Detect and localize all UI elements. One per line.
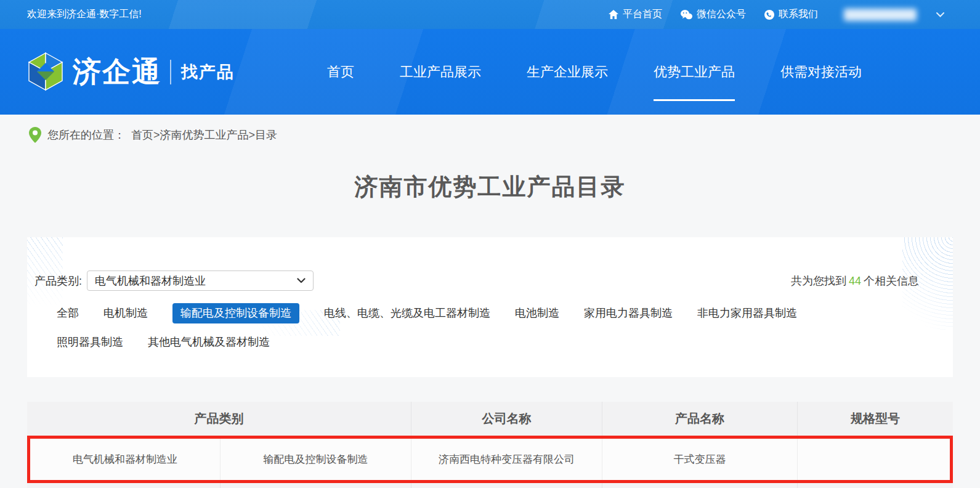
filter-panel: 产品类别: 电气机械和器材制造业 共为您找到44个相关信息 全部 电机制造 输配… xyxy=(27,237,953,377)
phone-icon xyxy=(764,10,774,20)
tab-power-transmission-equipment[interactable]: 输配电及控制设备制造 xyxy=(172,303,299,323)
cell-partial xyxy=(411,483,602,488)
result-count-text: 共为您找到44个相关信息 xyxy=(791,274,919,288)
result-count: 44 xyxy=(849,275,861,287)
breadcrumb-prefix: 您所在的位置： xyxy=(47,128,125,142)
topbar-links: 平台首页 微信公众号 联系我们 xyxy=(609,8,944,21)
col-header-spec-model: 规格型号 xyxy=(797,402,953,436)
nav-item-advantage-products[interactable]: 优势工业产品 xyxy=(654,63,735,81)
filter-row: 产品类别: 电气机械和器材制造业 共为您找到44个相关信息 xyxy=(27,237,953,291)
result-prefix: 共为您找到 xyxy=(791,275,846,287)
wechat-icon xyxy=(681,10,692,20)
tabs-row-1: 全部 电机制造 输配电及控制设备制造 电线、电缆、光缆及电工器材制造 电池制造 … xyxy=(57,303,953,323)
tab-motor-manufacturing[interactable]: 电机制造 xyxy=(103,303,148,323)
cell-category: 电气机械和器材制造业 xyxy=(30,439,220,480)
cell-subcategory: 输配电及控制设备制造 xyxy=(220,439,411,480)
logo[interactable]: 济企通 找产品 xyxy=(27,52,235,92)
category-tabs: 全部 电机制造 输配电及控制设备制造 电线、电缆、光缆及电工器材制造 电池制造 … xyxy=(27,291,953,352)
tab-all[interactable]: 全部 xyxy=(57,303,79,323)
logo-cube-icon xyxy=(27,52,64,92)
welcome-text: 欢迎来到济企通·数字工信! xyxy=(27,8,142,21)
topbar: 欢迎来到济企通·数字工信! 平台首页 微信公众号 xyxy=(0,0,980,29)
chevron-down-icon[interactable] xyxy=(936,12,944,17)
cell-spec xyxy=(797,439,950,480)
nav-item-home[interactable]: 首页 xyxy=(327,63,354,81)
location-pin-icon xyxy=(29,127,41,143)
cell-partial xyxy=(797,483,953,488)
tab-wire-cable[interactable]: 电线、电缆、光缆及电工器材制造 xyxy=(324,303,490,323)
topbar-link-home[interactable]: 平台首页 xyxy=(609,8,662,21)
tab-lighting[interactable]: 照明器具制造 xyxy=(57,332,123,352)
topbar-link-label: 联系我们 xyxy=(779,8,818,21)
table-header-row: 产品类别 公司名称 产品名称 规格型号 xyxy=(27,402,953,436)
page-title: 济南市优势工业产品目录 xyxy=(0,171,980,203)
product-category-select[interactable]: 电气机械和器材制造业 xyxy=(87,270,314,291)
topbar-link-label: 微信公众号 xyxy=(697,8,746,21)
logo-text: 济企通 xyxy=(73,53,161,91)
logo-divider xyxy=(170,60,171,84)
cell-company: 济南西电特种变压器有限公司 xyxy=(411,439,602,480)
site-header: 济企通 找产品 首页 工业产品展示 生产企业展示 优势工业产品 供需对接活动 xyxy=(0,29,980,115)
breadcrumb-path[interactable]: 首页>济南优势工业产品>目录 xyxy=(131,128,277,142)
logo-subtitle: 找产品 xyxy=(181,61,235,83)
result-suffix: 个相关信息 xyxy=(864,275,919,287)
topbar-link-label: 平台首页 xyxy=(623,8,662,21)
topbar-link-contact[interactable]: 联系我们 xyxy=(764,8,818,21)
tab-non-electric-household[interactable]: 非电力家用器具制造 xyxy=(697,303,797,323)
topbar-link-wechat[interactable]: 微信公众号 xyxy=(681,8,746,21)
nav-item-manufacturers[interactable]: 生产企业展示 xyxy=(527,63,608,81)
next-row-partial xyxy=(27,483,953,488)
page: 欢迎来到济企通·数字工信! 平台首页 微信公众号 xyxy=(0,0,980,488)
home-icon xyxy=(609,10,618,19)
cell-partial xyxy=(602,483,797,488)
col-header-product-name: 产品名称 xyxy=(602,402,797,436)
category-select-label: 产品类别: xyxy=(34,274,82,288)
cell-product: 干式变压器 xyxy=(602,439,797,480)
cell-partial xyxy=(27,483,220,488)
username-redacted[interactable] xyxy=(844,9,917,21)
tab-battery[interactable]: 电池制造 xyxy=(515,303,559,323)
highlighted-table-row[interactable]: 电气机械和器材制造业 输配电及控制设备制造 济南西电特种变压器有限公司 干式变压… xyxy=(27,436,953,483)
nav-item-supply-demand[interactable]: 供需对接活动 xyxy=(780,63,862,81)
nav-item-industrial-products[interactable]: 工业产品展示 xyxy=(400,63,481,81)
selected-category: 电气机械和器材制造业 xyxy=(95,274,206,288)
products-table: 产品类别 公司名称 产品名称 规格型号 电气机械和器材制造业 输配电及控制设备制… xyxy=(27,402,953,488)
tab-household-electric[interactable]: 家用电力器具制造 xyxy=(584,303,673,323)
breadcrumb: 您所在的位置： 首页>济南优势工业产品>目录 xyxy=(0,115,980,143)
table-row: 电气机械和器材制造业 输配电及控制设备制造 济南西电特种变压器有限公司 干式变压… xyxy=(30,439,950,480)
cell-partial xyxy=(220,483,411,488)
col-header-product-category: 产品类别 xyxy=(27,402,411,436)
select-chevron-icon xyxy=(297,278,306,283)
col-header-company-name: 公司名称 xyxy=(411,402,602,436)
main-nav: 首页 工业产品展示 生产企业展示 优势工业产品 供需对接活动 xyxy=(327,63,862,81)
tabs-row-2: 照明器具制造 其他电气机械及器材制造 xyxy=(57,332,953,352)
tab-other-electrical[interactable]: 其他电气机械及器材制造 xyxy=(148,332,270,352)
